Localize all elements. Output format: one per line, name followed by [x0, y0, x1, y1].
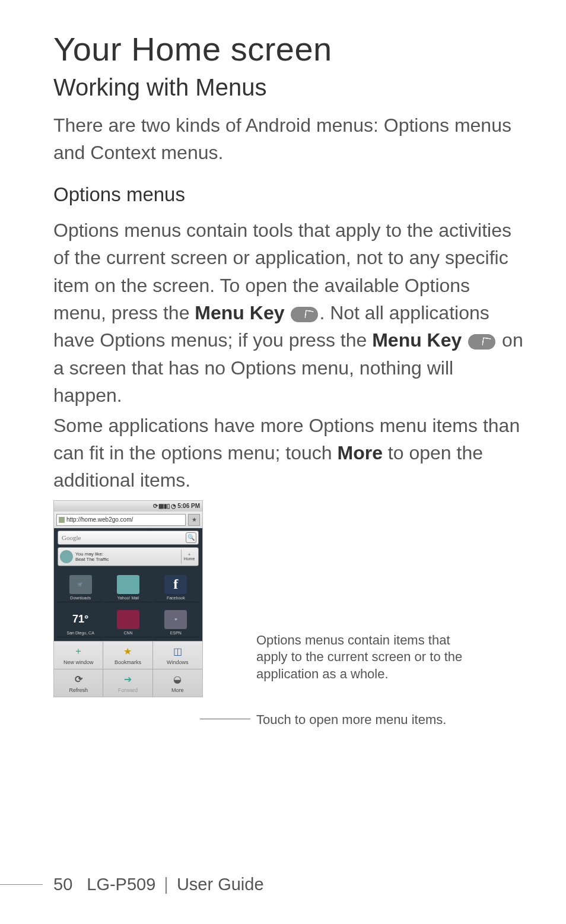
- option-label: Windows: [167, 659, 189, 665]
- facebook-icon: f: [164, 575, 187, 594]
- phone-screenshot: ⟳ ▦ ▮▯ ◔ 5:06 PM http://home.web2go.com/…: [53, 500, 203, 697]
- status-bar: ⟳ ▦ ▮▯ ◔ 5:06 PM: [54, 501, 202, 512]
- annotation-connector-line: [200, 719, 250, 719]
- footer-model: LG-P509: [87, 875, 155, 894]
- option-more[interactable]: ◒ More: [153, 669, 202, 697]
- windows-icon: ◫: [171, 645, 184, 658]
- options-paragraph-2: Some applications have more Options menu…: [53, 412, 524, 494]
- tile-label: Downloads: [70, 596, 91, 600]
- google-search-box[interactable]: Google 🔍: [58, 531, 199, 545]
- globe-icon: [117, 575, 139, 594]
- annotation-options-menu: Options menus contain items that apply t…: [256, 632, 482, 683]
- tile-facebook[interactable]: f Facebook: [153, 569, 199, 602]
- status-time: 5:06 PM: [177, 503, 200, 509]
- cnn-icon: [117, 610, 139, 629]
- figure-row: ⟳ ▦ ▮▯ ◔ 5:06 PM http://home.web2go.com/…: [53, 500, 524, 697]
- tile-espn[interactable]: ≡ ESPN: [153, 604, 199, 637]
- promo-line2: Beat The Traffic: [75, 557, 109, 562]
- globe-icon: [60, 550, 73, 563]
- option-label: More: [171, 687, 184, 693]
- url-text: http://home.web2go.com/: [66, 516, 133, 523]
- forward-arrow-icon: ➔: [121, 673, 134, 686]
- portal-tiles: 🛒 Downloads Yahoo! Mail f Facebook 71°: [58, 569, 199, 637]
- tile-downloads[interactable]: 🛒 Downloads: [58, 569, 103, 602]
- tile-label: CNN: [123, 631, 132, 635]
- tile-cnn[interactable]: CNN: [105, 604, 151, 637]
- cart-icon: 🛒: [69, 575, 92, 594]
- option-label: Refresh: [69, 687, 88, 693]
- url-field[interactable]: http://home.web2go.com/: [56, 514, 186, 526]
- options-menu: ＋ New window ★ Bookmarks ◫ Windows ⟳ Ref…: [54, 641, 202, 697]
- page-number: 50: [53, 875, 72, 894]
- tile-label: San Diego, CA: [67, 631, 94, 635]
- menu-key-icon: [468, 334, 495, 350]
- tile-label: ESPN: [170, 631, 182, 635]
- star-icon: ★: [121, 645, 134, 658]
- footer-separator: |: [164, 875, 168, 894]
- bookmark-page-button[interactable]: ★: [188, 514, 200, 526]
- option-label: Bookmarks: [115, 659, 141, 665]
- intro-paragraph: There are two kinds of Android menus: Op…: [53, 112, 524, 167]
- weather-temp: 71°: [72, 613, 88, 625]
- tile-label: Facebook: [167, 596, 185, 600]
- menu-key-label-2: Menu Key: [372, 329, 462, 351]
- plus-circle-icon: ＋: [72, 645, 85, 658]
- subsection-heading: Options menus: [53, 183, 524, 206]
- tile-weather[interactable]: 71° San Diego, CA: [58, 604, 103, 637]
- page-title: Your Home screen: [53, 30, 524, 68]
- more-circle-icon: ◒: [171, 673, 184, 686]
- footer-rule: [0, 884, 43, 885]
- refresh-icon: ⟳: [72, 673, 85, 686]
- annotation-more-item: Touch to open more menu items.: [256, 712, 482, 729]
- plus-icon: +: [188, 553, 190, 557]
- option-forward[interactable]: ➔ Forward: [103, 669, 152, 697]
- tile-label: Yahoo! Mail: [117, 596, 139, 600]
- footer-guide: User Guide: [177, 875, 264, 894]
- promo-line1: You may like:: [75, 551, 103, 557]
- add-home-button[interactable]: + Home: [181, 550, 197, 564]
- tile-yahoo-mail[interactable]: Yahoo! Mail: [105, 569, 151, 602]
- option-windows[interactable]: ◫ Windows: [153, 641, 202, 669]
- option-new-window[interactable]: ＋ New window: [54, 641, 103, 669]
- google-logo: Google: [62, 534, 81, 541]
- weather-icon: 71°: [69, 610, 92, 629]
- status-icons: ⟳ ▦ ▮▯ ◔: [153, 503, 176, 509]
- option-label: Forward: [118, 687, 138, 693]
- menu-key-label-1: Menu Key: [195, 302, 284, 323]
- home-label: Home: [184, 557, 195, 561]
- favicon-icon: [59, 517, 65, 523]
- option-refresh[interactable]: ⟳ Refresh: [54, 669, 103, 697]
- search-icon[interactable]: 🔍: [186, 532, 196, 543]
- menu-key-icon: [291, 307, 318, 322]
- section-heading: Working with Menus: [53, 74, 524, 101]
- browser-url-bar: http://home.web2go.com/ ★: [54, 512, 202, 528]
- more-label: More: [338, 442, 383, 463]
- browser-content: Google 🔍 You may like: Beat The Traffic …: [54, 528, 202, 641]
- espn-icon: ≡: [164, 610, 187, 629]
- page-footer: 50 LG-P509 | User Guide: [0, 875, 566, 894]
- option-bookmarks[interactable]: ★ Bookmarks: [103, 641, 152, 669]
- page-container: Your Home screen Working with Menus Ther…: [0, 0, 566, 924]
- promo-bar[interactable]: You may like: Beat The Traffic + Home: [58, 547, 199, 566]
- option-label: New window: [63, 659, 94, 665]
- options-paragraph-1: Options menus contain tools that apply t…: [53, 217, 524, 409]
